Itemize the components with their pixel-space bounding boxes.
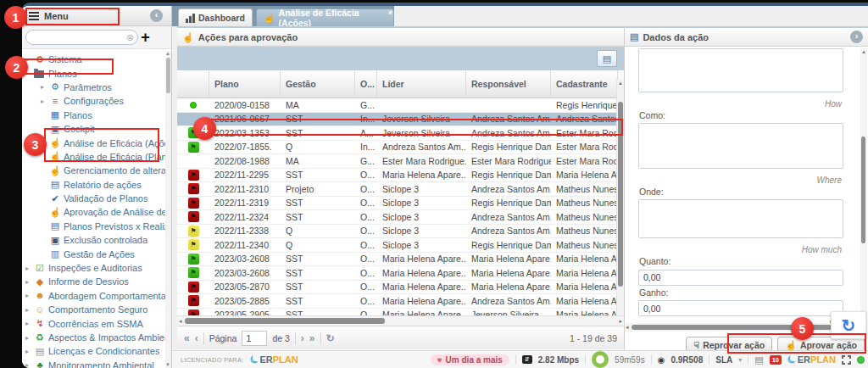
status-cell: ⚑ [177, 142, 209, 153]
collapse-sidebar-button[interactable]: ‹ [150, 9, 163, 22]
expand-arrow-icon[interactable]: ▸ [25, 278, 34, 286]
quanto-input[interactable] [638, 270, 843, 286]
collapse-panel-button[interactable]: › [850, 31, 863, 43]
column-header-gestao[interactable]: Gestão [281, 70, 355, 98]
ganho-input[interactable] [638, 300, 843, 316]
onde-textarea[interactable] [638, 199, 843, 238]
scrollbar-thumb[interactable] [861, 137, 865, 243]
sidebar-item[interactable]: ▸≡Configurações [22, 94, 165, 108]
como-textarea[interactable] [638, 123, 843, 169]
sidebar-item[interactable]: ▸◆Informe de Desvios [22, 275, 165, 288]
scrollbar-thumb[interactable] [185, 318, 385, 324]
previous-page-button[interactable]: ‹ [195, 332, 198, 344]
cell-plano: 2022/11-2340 [209, 240, 281, 250]
um-dia-a-mais-chip[interactable]: ♥ Um dia a mais [431, 354, 509, 365]
sidebar-item[interactable]: ✔Validação de Planos [22, 192, 165, 205]
panel-vertical-scrollbar[interactable]: ▲ [860, 48, 867, 337]
column-header-o[interactable]: O... [355, 70, 377, 98]
table-row[interactable]: ⚑2022/11-2295SSTO...Maria Helena Apare..… [177, 169, 624, 183]
sidebar-item[interactable]: ▸↯Ocorrências em SSMA [22, 316, 165, 330]
expand-arrow-icon[interactable]: ▸ [41, 98, 49, 105]
sidebar-item[interactable]: ▸♣Monitoramento Ambiental [22, 359, 165, 368]
sidebar-item[interactable]: ▤Planos Previstos x Realizados [22, 220, 165, 233]
last-page-button[interactable]: » [309, 332, 315, 344]
column-header-cadastrante[interactable]: Cadastrante [551, 70, 618, 98]
search-input[interactable] [25, 30, 138, 45]
column-header-status[interactable] [177, 70, 209, 98]
scroll-up-icon[interactable]: ▲ [861, 49, 866, 54]
column-header-plano[interactable]: Plano [209, 70, 281, 98]
table-row[interactable]: ⚑2022/11-2338QO...Siclope 3Andreza Santo… [177, 225, 624, 239]
expand-arrow-icon[interactable]: ▸ [25, 320, 34, 327]
scrollbar-thumb[interactable] [166, 58, 170, 93]
tab-close-icon[interactable]: × [387, 8, 394, 17]
sidebar-item[interactable]: ☝Aprovação de Análise de Ris [22, 205, 165, 219]
page-number-input[interactable] [242, 331, 267, 346]
table-row[interactable]: ⚑2023/05-2870SSTO...Maria Helena Apare..… [177, 281, 624, 295]
sidebar-item[interactable]: ▸▤Licenças e Condicionantes [22, 344, 165, 358]
table-row[interactable]: ⚑2023/03-2608SSTO...Maria Helena Apare..… [177, 266, 624, 281]
scroll-down-icon[interactable]: ▼ [165, 362, 170, 367]
scroll-left-icon[interactable]: ◂ [179, 318, 182, 325]
expand-arrow-icon[interactable]: ▸ [25, 361, 34, 368]
refresh-button[interactable]: ↻ [326, 332, 335, 344]
tab-strip-blue-zone: Dashboard ☝ Análise de Eficácia (Ações) … [172, 6, 394, 26]
actions-approval-panel: ☝ Ações para aprovação ▤ Plano Gestão O.… [177, 26, 625, 350]
grid-vertical-scrollbar[interactable]: ▲ ▼ [616, 80, 624, 325]
status-flag-yellow-icon: ⚑ [188, 239, 199, 250]
table-row[interactable]: 2022/08-1988MAG...Ester Mara Rodrigue...… [177, 154, 624, 169]
hint-how: How [638, 99, 842, 109]
grid-columns-button[interactable]: ▤ [597, 50, 617, 67]
sidebar-item[interactable]: ▸♻Aspectos & Impactos Ambientais [22, 331, 165, 344]
table-row[interactable]: 2020/09-0158MAG...Regis Henrique Dar [177, 98, 624, 113]
sidebar-scrollbar[interactable]: ▲ ▼ [165, 51, 171, 368]
first-page-button[interactable]: « [184, 332, 190, 344]
table-row[interactable]: ⚑2022/11-2340QO...Siclope 3Regis Henriqu… [177, 238, 624, 253]
column-header-lider[interactable]: Líder [377, 70, 466, 98]
panel-title: Ações para aprovação [198, 32, 298, 42]
sidebar-item[interactable]: ▦Planos [22, 109, 165, 122]
table-row[interactable]: ⚑2023/05-2885SSTO...Maria Helena Apare..… [177, 294, 624, 309]
table-row[interactable]: ⚑2022/11-2324SSTO...Siclope 3Andreza San… [177, 210, 624, 225]
table-row[interactable]: ⚑2023/05-2905SSTO...Maria Helena Apare..… [177, 309, 624, 316]
sidebar-item[interactable]: ▸☻Abordagem Comportamental [22, 289, 165, 303]
clear-search-icon[interactable]: ⊗ [126, 32, 134, 43]
expand-arrow-icon[interactable]: ▸ [25, 348, 34, 355]
expand-arrow-icon[interactable]: ▸ [41, 83, 49, 91]
table-row[interactable]: ⚑2022/11-2319SSTO...Siclope 3Regis Henri… [177, 197, 624, 211]
sidebar-item-label: Planos [64, 110, 92, 120]
fullscreen-icon[interactable] [842, 355, 851, 365]
sidebar-item[interactable]: ☝Gerenciamento de alteração [22, 164, 165, 177]
tab-dashboard[interactable]: Dashboard [178, 8, 253, 26]
table-row[interactable]: ⚑2022/07-1855.QIn...Andreza Santos Am...… [177, 141, 624, 155]
expand-arrow-icon[interactable]: ▸ [25, 334, 34, 342]
tab-analise-eficacia-acoes[interactable]: ☝ Análise de Eficácia (Ações) × [256, 8, 394, 26]
grid-horizontal-scrollbar[interactable]: ◂ ▸ [177, 315, 624, 326]
scroll-right-icon[interactable]: ▸ [619, 318, 622, 325]
sla-button[interactable]: SLA [715, 355, 732, 365]
panel-horizontal-scrollbar[interactable]: ◂ [625, 323, 860, 332]
sidebar-item[interactable]: ▤Relatório de ações [22, 178, 165, 192]
cell-o: G... [355, 156, 377, 166]
table-row[interactable]: ⚑2022/11-2310ProjetoO...Siclope 3Andreza… [177, 182, 624, 197]
sidebar-item[interactable]: ▸☑Inspeções e Auditorias [22, 261, 165, 275]
sidebar-item[interactable]: ▸☺Comportamento Seguro [22, 303, 165, 316]
sidebar-item[interactable]: ▥Gestão de Ações [22, 247, 165, 260]
column-header-responsavel[interactable]: Responsável [466, 70, 551, 98]
next-page-button[interactable]: › [301, 332, 304, 344]
what-textarea[interactable] [638, 48, 843, 92]
speed-icon: ⇵ [522, 355, 532, 364]
scroll-up-icon[interactable]: ▲ [165, 51, 170, 56]
sidebar-item[interactable]: ▣Exclusão controlada [22, 233, 165, 247]
expand-arrow-icon[interactable]: ▸ [25, 306, 34, 314]
expand-arrow-icon[interactable]: ▸ [25, 265, 34, 272]
expand-arrow-icon[interactable]: ▸ [25, 292, 34, 299]
document-icon[interactable]: ▤ [754, 354, 763, 365]
table-row[interactable]: ⚑2023/03-2608SSTO...Maria Helena Apare..… [177, 253, 624, 267]
chevron-down-icon[interactable]: ▾ [738, 356, 742, 364]
sidebar-item[interactable]: ▸⚙Parâmetros [22, 81, 165, 94]
scroll-left-icon[interactable]: ◂ [626, 324, 629, 331]
scroll-up-icon[interactable]: ▲ [618, 81, 623, 86]
add-button[interactable]: + [141, 31, 150, 43]
status-cell: ⚑ [177, 170, 209, 181]
